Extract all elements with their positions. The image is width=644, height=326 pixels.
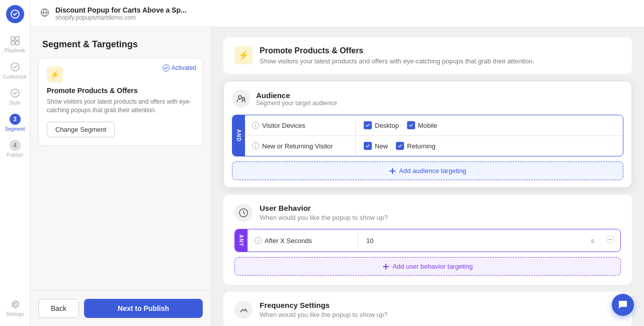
returning-visitor-label: New or Returning Visitor xyxy=(245,136,356,156)
nav-label-playbook: Playbook xyxy=(5,48,25,53)
and-badge: AND xyxy=(232,115,245,156)
nav-settings[interactable]: Settings xyxy=(0,295,30,321)
chat-button[interactable] xyxy=(612,294,634,316)
visitor-devices-row: Visitor Devices Desktop xyxy=(245,115,623,136)
svg-point-10 xyxy=(163,65,169,71)
top-header: Discount Popup for Carts Above a Sp... s… xyxy=(30,0,644,27)
sidebar-footer: Back Next to Publish xyxy=(30,290,211,326)
nav-label-segment: Segment xyxy=(5,126,25,132)
frequency-icon xyxy=(234,301,253,319)
visitor-devices-options: Desktop Mobile xyxy=(356,115,623,135)
campaign-title: Promote Products & Offers xyxy=(260,46,534,55)
nav-item-publish[interactable]: 4 Publish xyxy=(0,136,30,162)
behavior-targeting-block: ANY After X Seconds 10 s xyxy=(234,229,621,252)
returning-visitor-options: New Returning xyxy=(356,136,623,156)
new-check-icon xyxy=(364,142,372,150)
nav-logo[interactable] xyxy=(6,5,24,23)
svg-point-14 xyxy=(255,124,256,124)
mobile-checkbox[interactable]: Mobile xyxy=(407,121,437,129)
header-url: shopify.popupsmartdemo.com xyxy=(55,14,187,21)
nav-item-style[interactable]: Style xyxy=(0,84,30,110)
left-nav: Playbook Customize Style 3 Segment 4 Pub… xyxy=(0,0,30,326)
main-content: ⚡ Promote Products & Offers Show visitor… xyxy=(211,27,644,326)
visitor-devices-label: Visitor Devices xyxy=(245,116,356,135)
after-seconds-value: 10 xyxy=(358,231,585,251)
behavior-title: User Behavior xyxy=(260,204,387,212)
remove-behavior-button[interactable] xyxy=(600,229,620,252)
add-behavior-targeting-button[interactable]: Add user behavior targeting xyxy=(234,257,621,276)
seconds-unit: s xyxy=(585,231,601,251)
next-to-publish-button[interactable]: Next to Publish xyxy=(84,299,203,318)
any-badge: ANY xyxy=(235,229,248,252)
user-behavior-header: User Behavior When would you like the po… xyxy=(234,204,621,222)
svg-rect-2 xyxy=(16,37,19,40)
info-icon-seconds xyxy=(255,237,262,244)
chat-icon xyxy=(617,299,628,310)
add-audience-targeting-button[interactable]: Add audience targeting xyxy=(232,161,623,180)
frequency-header: Frequency Settings When would you like t… xyxy=(234,301,621,319)
new-checkbox[interactable]: New xyxy=(364,142,388,150)
nav-item-customize[interactable]: Customize xyxy=(0,57,30,84)
svg-rect-4 xyxy=(16,41,19,45)
audience-icon xyxy=(232,90,250,108)
svg-point-12 xyxy=(243,98,245,100)
segment-card: Activated ⚡ Promote Products & Offers Sh… xyxy=(38,58,203,146)
plus-icon-audience xyxy=(389,168,396,175)
change-segment-button[interactable]: Change Segment xyxy=(47,122,115,137)
nav-label-publish: Publish xyxy=(7,152,23,158)
svg-point-16 xyxy=(255,144,256,145)
behavior-subtitle: When would you like the popup to show up… xyxy=(260,214,387,221)
audience-title: Audience xyxy=(256,91,337,100)
info-icon-devices xyxy=(252,122,259,129)
desktop-check-icon xyxy=(364,121,372,129)
frequency-subtitle: When would you like the popup to show up… xyxy=(260,311,387,318)
campaign-desc: Show visitors your latest products and o… xyxy=(260,57,534,65)
nav-label-style: Style xyxy=(9,100,20,106)
after-seconds-row: After X Seconds 10 s xyxy=(248,229,620,252)
svg-point-6 xyxy=(11,89,19,97)
after-seconds-label: After X Seconds xyxy=(248,231,358,251)
desktop-checkbox[interactable]: Desktop xyxy=(364,121,399,129)
mobile-check-icon xyxy=(407,121,415,129)
nav-item-playbook[interactable]: Playbook xyxy=(0,31,30,57)
campaign-icon: ⚡ xyxy=(234,46,253,64)
segment-card-title: Promote Products & Offers xyxy=(47,87,194,95)
returning-checkbox[interactable]: Returning xyxy=(396,142,435,150)
activated-badge: Activated xyxy=(163,64,196,71)
nav-item-segment[interactable]: 3 Segment xyxy=(0,110,30,136)
behavior-icon xyxy=(234,204,253,222)
sidebar-title: Segment & Targetings xyxy=(30,27,211,58)
svg-point-5 xyxy=(11,63,19,71)
svg-point-19 xyxy=(258,239,258,239)
svg-rect-1 xyxy=(11,37,15,40)
publish-badge: 4 xyxy=(10,140,21,151)
returning-check-icon xyxy=(396,142,404,150)
svg-rect-3 xyxy=(11,41,15,45)
header-title: Discount Popup for Carts Above a Sp... xyxy=(55,6,187,14)
frequency-title: Frequency Settings xyxy=(260,301,387,309)
returning-visitor-row: New or Returning Visitor New xyxy=(245,136,623,156)
sidebar: Segment & Targetings Activated ⚡ Promote… xyxy=(30,27,211,326)
nav-label-customize: Customize xyxy=(3,74,27,79)
info-icon-visitor xyxy=(252,142,259,149)
audience-targeting-block: AND Visitor Devices xyxy=(232,115,623,156)
frequency-card: Frequency Settings When would you like t… xyxy=(223,292,632,326)
segment-card-desc: Show visitors your latest products and o… xyxy=(47,98,194,115)
audience-card: Audience Segment your target audience AN… xyxy=(223,81,632,188)
back-button[interactable]: Back xyxy=(38,299,79,318)
segment-badge: 3 xyxy=(10,114,21,125)
style-check-icon xyxy=(10,88,21,99)
user-behavior-card: User Behavior When would you like the po… xyxy=(223,195,632,285)
plus-icon-behavior xyxy=(382,263,389,270)
audience-subtitle: Segment your target audience xyxy=(256,100,337,107)
check-circle-icon xyxy=(10,61,21,72)
svg-point-11 xyxy=(238,96,242,99)
globe-icon xyxy=(40,8,49,19)
audience-header: Audience Segment your target audience xyxy=(232,90,623,108)
nav-label-settings: Settings xyxy=(6,311,24,317)
check-circle-badge-icon xyxy=(163,64,170,71)
grid-icon xyxy=(10,35,21,46)
segment-card-icon: ⚡ xyxy=(47,66,63,83)
campaign-card: ⚡ Promote Products & Offers Show visitor… xyxy=(223,37,632,74)
settings-icon xyxy=(10,299,21,310)
